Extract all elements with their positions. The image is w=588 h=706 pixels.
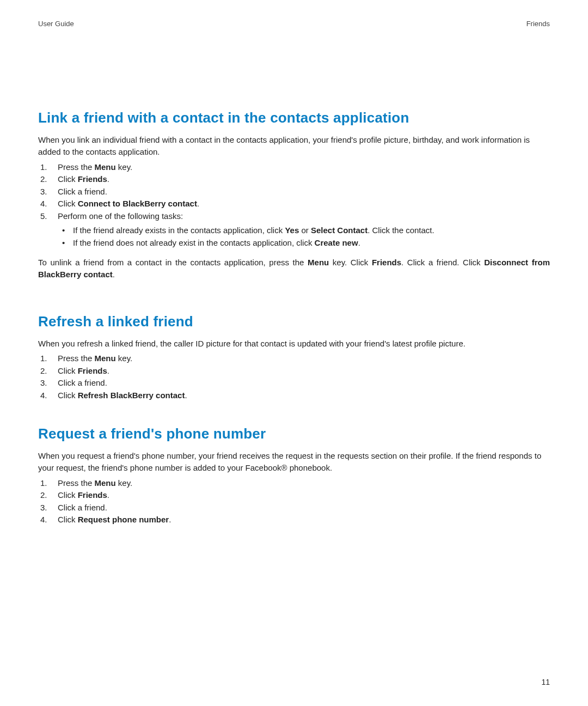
step-3: Click a friend. (38, 502, 550, 514)
heading-link-friend: Link a friend with a contact in the cont… (38, 109, 550, 126)
step-5-subtasks: If the friend already exists in the cont… (58, 224, 550, 249)
step-5a: If the friend already exists in the cont… (58, 224, 550, 237)
step-1: Press the Menu key. (38, 477, 550, 490)
intro-request-number: When you request a friend's phone number… (38, 450, 550, 474)
steps-link-friend: Press the Menu key. Click Friends. Click… (38, 161, 550, 249)
step-4: Click Refresh BlackBerry contact. (38, 389, 550, 402)
section-request-number: Request a friend's phone number When you… (38, 425, 550, 526)
steps-refresh-friend: Press the Menu key. Click Friends. Click… (38, 352, 550, 401)
step-3: Click a friend. (38, 186, 550, 198)
section-refresh-friend: Refresh a linked friend When you refresh… (38, 313, 550, 402)
step-4: Click Connect to BlackBerry contact. (38, 198, 550, 210)
header-right: Friends (526, 20, 550, 28)
page-header: User Guide Friends (38, 20, 550, 28)
heading-request-number: Request a friend's phone number (38, 425, 550, 442)
step-5: Perform one of the following tasks: If t… (38, 210, 550, 249)
step-2: Click Friends. (38, 173, 550, 186)
intro-link-friend: When you link an individual friend with … (38, 134, 550, 158)
heading-refresh-friend: Refresh a linked friend (38, 313, 550, 330)
header-left: User Guide (38, 20, 74, 28)
step-1: Press the Menu key. (38, 161, 550, 174)
unlink-note: To unlink a friend from a contact in the… (38, 257, 550, 281)
step-1: Press the Menu key. (38, 352, 550, 365)
page-number: 11 (541, 678, 550, 686)
section-link-friend: Link a friend with a contact in the cont… (38, 109, 550, 281)
step-2: Click Friends. (38, 489, 550, 502)
step-4: Click Request phone number. (38, 514, 550, 526)
step-2: Click Friends. (38, 365, 550, 378)
step-3: Click a friend. (38, 377, 550, 389)
step-5b: If the friend does not already exist in … (58, 237, 550, 249)
steps-request-number: Press the Menu key. Click Friends. Click… (38, 477, 550, 526)
intro-refresh-friend: When you refresh a linked friend, the ca… (38, 338, 550, 350)
